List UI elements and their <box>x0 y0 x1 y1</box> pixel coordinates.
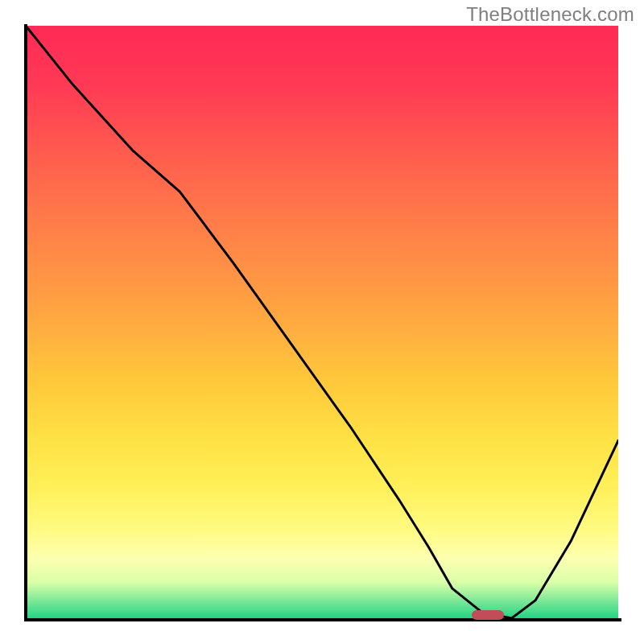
attribution-text: TheBottleneck.com <box>466 3 634 26</box>
bottleneck-curve <box>26 26 618 618</box>
curve-layer <box>26 26 618 618</box>
bottleneck-chart: TheBottleneck.com <box>0 0 644 644</box>
optimum-marker <box>472 610 504 620</box>
x-axis <box>24 618 621 621</box>
